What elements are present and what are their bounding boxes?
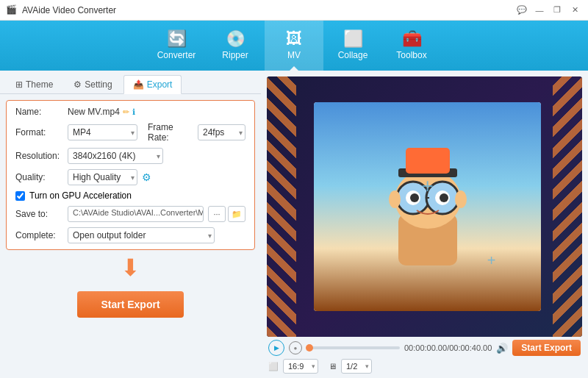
svg-point-7 [410,193,419,202]
arrow-decoration: ⬇ [0,256,261,279]
tab-theme[interactable]: ⊞ Theme [6,75,62,93]
framerate-select-wrap: 24fps [198,124,245,140]
plus-br-icon[interactable]: + [487,252,496,269]
export-tab-label: Export [147,79,173,90]
nav-converter[interactable]: 🔄 Converter [147,21,206,71]
toolbox-icon: 🧰 [402,31,422,47]
time-total: 00:00:40.00 [449,343,492,352]
seek-thumb [306,344,313,352]
character-area: + + [314,102,541,310]
setting-tab-icon: ⚙ [74,79,82,90]
resolution-select[interactable]: 3840x2160 (4K) [68,148,163,164]
aspect-select-wrap: 16:9 [283,359,318,374]
complete-select-wrap: Open output folder [68,227,215,243]
nav-ripper[interactable]: 💿 Ripper [206,21,265,71]
svg-point-12 [455,190,467,208]
saveto-label: Save to: [15,209,63,219]
start-export-button[interactable]: Start Export [77,291,183,318]
framerate-select[interactable]: 24fps [198,124,245,140]
page-select-wrap: 1/2 [341,359,372,374]
time-current: 00:00:00.00 [404,343,447,352]
format-label: Format: [15,127,63,138]
nav-collage-label: Collage [338,50,368,60]
gpu-label: Turn on GPU Acceleration [29,190,132,201]
saveto-browse-button[interactable]: ··· [208,206,226,222]
resolution-label: Resolution: [15,151,63,161]
nav-toolbox-label: Toolbox [396,50,426,60]
page-select[interactable]: 1/2 [341,359,372,374]
name-info-icon[interactable]: ℹ [132,107,135,117]
preview-frame: + + [314,102,541,310]
name-edit-icon[interactable]: ✏ [123,107,129,117]
svg-rect-10 [406,148,450,174]
chat-button[interactable]: 💬 [514,3,529,18]
setting-tab-label: Setting [85,79,112,90]
saveto-path: C:\AVAide Studio\AVAI...Converter\MV Exp… [68,206,204,222]
name-value: New MV.mp4 [68,107,120,117]
main-area: ⊞ Theme ⚙ Setting 📤 Export Name: New MV.… [0,71,588,378]
app-title: AVAide Video Converter [22,5,514,15]
saveto-row: Save to: C:\AVAide Studio\AVAI...Convert… [15,206,245,222]
export-form: Name: New MV.mp4 ✏ ℹ Format: MP4 Frame R… [6,100,255,250]
format-select-wrap: MP4 [68,124,137,140]
gpu-checkbox[interactable] [15,191,25,201]
svg-point-11 [389,190,401,208]
start-export-right-button[interactable]: Start Export [512,340,581,356]
volume-button[interactable]: ● [289,341,302,354]
seek-bar[interactable] [306,346,400,349]
saveto-folder-button[interactable]: 📁 [228,206,245,222]
quality-gear-icon[interactable]: ⚙ [142,171,151,183]
nav-collage[interactable]: ⬜ Collage [323,21,382,71]
quality-label: Quality: [15,172,63,182]
resolution-row: Resolution: 3840x2160 (4K) [15,148,245,164]
complete-label: Complete: [15,230,63,240]
navbar: 🔄 Converter 💿 Ripper 🖼 MV ⬜ Collage 🧰 To… [0,21,588,71]
resolution-select-wrap: 3840x2160 (4K) [68,148,163,164]
name-value-area: New MV.mp4 ✏ ℹ [68,107,245,117]
collage-icon: ⬜ [343,31,363,47]
quality-select-wrap: High Quality [68,169,137,185]
minimize-button[interactable]: — [532,3,547,18]
mv-icon: 🖼 [286,31,302,47]
svg-point-8 [440,193,448,202]
format-row: Format: MP4 Frame Rate: 24fps [15,122,245,143]
restore-button[interactable]: ❐ [550,3,564,18]
name-row: Name: New MV.mp4 ✏ ℹ [15,107,245,117]
ripper-icon: 💿 [226,31,245,47]
screen-icon: 🖥 [329,362,337,371]
window-controls: 💬 — ❐ ✕ [514,3,582,18]
nav-mv[interactable]: 🖼 MV [265,21,323,71]
titlebar: 🎬 AVAide Video Converter 💬 — ❐ ✕ [0,0,588,21]
tab-setting[interactable]: ⚙ Setting [64,75,121,93]
complete-row: Complete: Open output folder [15,227,245,243]
saveto-buttons: ··· 📁 [208,206,245,222]
name-label: Name: [15,107,63,117]
play-button[interactable]: ▶ [268,340,284,356]
theme-tab-label: Theme [26,79,53,90]
time-display: 00:00:00.00/00:00:40.00 [404,343,492,352]
aspect-ratio-icon: ⬜ [268,362,279,371]
theme-tab-icon: ⊞ [15,79,23,90]
format-select[interactable]: MP4 [68,124,137,140]
right-panel: + + ▶ ● 00:00:00.00/00:00:40.00 🔊 Start … [261,71,588,378]
nav-toolbox[interactable]: 🧰 Toolbox [382,21,441,71]
plus-center-icon[interactable]: + [422,174,434,198]
complete-select[interactable]: Open output folder [68,227,215,243]
nav-ripper-label: Ripper [222,50,248,60]
export-tab-icon: 📤 [133,79,144,90]
strip-left [267,76,296,337]
app-icon: 🎬 [6,4,18,16]
close-button[interactable]: ✕ [567,3,582,18]
framerate-label: Frame Rate: [148,122,193,143]
nav-converter-label: Converter [157,50,196,60]
tab-export[interactable]: 📤 Export [123,75,182,94]
preview-background: + + [267,76,582,337]
character-svg [369,133,487,280]
playback-bar: ▶ ● 00:00:00.00/00:00:40.00 🔊 Start Expo… [267,337,582,357]
quality-select[interactable]: High Quality [68,169,137,185]
speaker-icon[interactable]: 🔊 [496,343,508,354]
aspect-select[interactable]: 16:9 [283,359,318,374]
strip-right [553,76,582,337]
quality-row: Quality: High Quality ⚙ [15,169,245,185]
video-preview: + + [267,76,582,337]
